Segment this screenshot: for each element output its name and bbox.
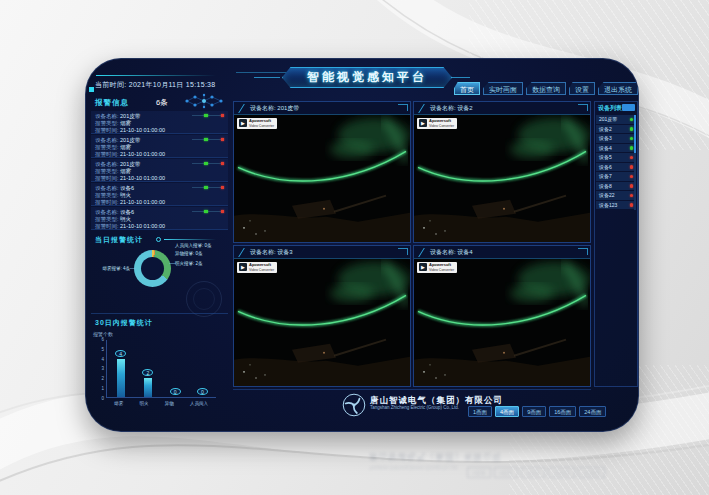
type-label: 报警类型: bbox=[95, 168, 119, 174]
device-status-dot bbox=[630, 156, 634, 160]
alarm-status-lights bbox=[192, 163, 224, 164]
device-status-dot bbox=[630, 146, 634, 150]
video-cell-1[interactable]: 设备名称: 201皮带 ▶ ApowersoftVideo Converter bbox=[233, 101, 411, 243]
alarm-entry[interactable]: 设备名称: 201皮带 报警类型: 烟雾 报警时间: 21-10-10 01:0… bbox=[91, 159, 228, 182]
time-label: 报警时间: bbox=[95, 223, 119, 229]
video-cell-4[interactable]: 设备名称: 设备4 ▶ ApowersoftVideo Converter bbox=[413, 245, 591, 387]
device-name: 设备5 bbox=[599, 154, 612, 160]
device-label: 设备名称: bbox=[95, 209, 119, 215]
alarm-entry[interactable]: 设备名称: 201皮带 报警类型: 烟雾 报警时间: 21-10-10 01:0… bbox=[91, 111, 228, 134]
alarm-info-title: 报警信息 bbox=[95, 98, 129, 108]
bar-chart-plot: 6 5 4 3 2 1 0 4 2 0 bbox=[106, 340, 216, 398]
device-value: 201皮带 bbox=[120, 113, 140, 119]
daily-stats-title: 当日报警统计 bbox=[95, 235, 143, 245]
tab-data-query[interactable]: 数据查询 bbox=[526, 82, 566, 95]
watermark-line2: Video Converter bbox=[249, 268, 274, 272]
layout-1-button[interactable]: 1画面 bbox=[468, 406, 492, 417]
layout-24-button[interactable]: 24画面 bbox=[579, 406, 606, 417]
device-status-dot bbox=[630, 118, 634, 122]
device-row[interactable]: 设备2 bbox=[596, 125, 635, 134]
tab-settings[interactable]: 设置 bbox=[569, 82, 595, 95]
device-row[interactable]: 设备22 bbox=[596, 191, 635, 200]
layout-4-button[interactable]: 4画面 bbox=[495, 406, 519, 417]
red-light-icon bbox=[221, 210, 225, 214]
monthly-stats-title: 30日内报警统计 bbox=[95, 318, 153, 328]
alarm-entry[interactable]: 设备名称: 设备6 报警类型: 明火 报警时间: 21-10-10 01:00:… bbox=[91, 207, 228, 230]
alarm-status-lights bbox=[192, 187, 224, 188]
device-list-action-button[interactable] bbox=[622, 104, 635, 111]
device-status-dot bbox=[630, 184, 634, 188]
video-cell-3[interactable]: 设备名称: 设备3 ▶ ApowersoftVideo Converter bbox=[233, 245, 411, 387]
type-value: 烟雾 bbox=[120, 144, 131, 150]
device-row[interactable]: 设备5 bbox=[596, 153, 635, 162]
bar-value-bubble: 4 bbox=[115, 350, 126, 357]
ytick: 5 bbox=[101, 347, 104, 352]
alarm-count-badge: 6条 bbox=[156, 98, 168, 108]
green-light-icon bbox=[204, 186, 208, 190]
type-value: 明火 bbox=[120, 192, 131, 198]
top-nav-tabs: 首页 实时画面 数据查询 设置 退出系统 bbox=[454, 82, 638, 95]
video-cell-title: 设备名称: 设备4 bbox=[414, 246, 590, 259]
category-label: 异物 bbox=[165, 401, 174, 406]
device-status-dot bbox=[630, 194, 634, 198]
title-wing-left bbox=[254, 77, 280, 78]
decor-ring-icon bbox=[156, 237, 161, 242]
donut-label-fire: 明火报警: 2条 bbox=[175, 261, 203, 266]
ytick: 3 bbox=[101, 366, 104, 371]
tab-home[interactable]: 首页 bbox=[454, 82, 480, 95]
category-label: 烟雾 bbox=[114, 401, 123, 406]
device-row[interactable]: 设备7 bbox=[596, 172, 635, 181]
dashboard-panel: 当前时间: 2021年10月11日 15:15:38 智能视觉感知平台 首页 实… bbox=[85, 58, 639, 432]
device-value: 201皮带 bbox=[120, 137, 140, 143]
alarm-status-lights bbox=[192, 139, 224, 140]
device-name: 设备7 bbox=[599, 173, 612, 179]
device-name: 设备2 bbox=[599, 126, 612, 132]
watermark-logo-icon: ▶ bbox=[419, 119, 427, 127]
device-label: 设备名称: bbox=[95, 137, 119, 143]
section-divider bbox=[91, 313, 228, 314]
layout-16-button[interactable]: 16画面 bbox=[549, 406, 576, 417]
device-row[interactable]: 201皮带 bbox=[596, 115, 635, 124]
device-value: 设备6 bbox=[120, 209, 134, 215]
device-label: 设备名称: bbox=[95, 113, 119, 119]
video-feed[interactable]: ▶ ApowersoftVideo Converter bbox=[234, 259, 410, 386]
network-nodes-icon bbox=[182, 93, 228, 110]
device-row[interactable]: 设备6 bbox=[596, 163, 635, 172]
bar-smoke: 4 bbox=[108, 340, 134, 397]
device-row[interactable]: 设备3 bbox=[596, 134, 635, 143]
video-feed[interactable]: ▶ ApowersoftVideo Converter bbox=[414, 115, 590, 242]
donut-label-intrusion: 人员闯入报警: 0条 bbox=[175, 243, 212, 248]
watermark-badge: ▶ ApowersoftVideo Converter bbox=[417, 262, 457, 273]
watermark-badge: ▶ ApowersoftVideo Converter bbox=[237, 262, 277, 273]
donut-label-foreign: 异物报警: 0条 bbox=[175, 251, 203, 256]
bar-fire: 2 bbox=[135, 340, 161, 397]
type-value: 烟雾 bbox=[120, 120, 131, 126]
red-light-icon bbox=[221, 186, 225, 190]
layout-9-button[interactable]: 9画面 bbox=[522, 406, 546, 417]
tab-exit[interactable]: 退出系统 bbox=[598, 82, 638, 95]
video-cell-2[interactable]: 设备名称: 设备2 ▶ ApowersoftVideo Converter bbox=[413, 101, 591, 243]
device-name: 设备8 bbox=[599, 183, 612, 189]
video-feed[interactable]: ▶ ApowersoftVideo Converter bbox=[414, 259, 590, 386]
video-feed[interactable]: ▶ ApowersoftVideo Converter bbox=[234, 115, 410, 242]
device-label: 设备名称: bbox=[95, 161, 119, 167]
alarm-entry[interactable]: 设备名称: 201皮带 报警类型: 烟雾 报警时间: 21-10-10 01:0… bbox=[91, 135, 228, 158]
footer-divider bbox=[233, 389, 591, 390]
daily-alarm-donut bbox=[134, 250, 171, 287]
device-row[interactable]: 设备123 bbox=[596, 201, 635, 210]
ytick: 1 bbox=[101, 386, 104, 391]
alarm-entry[interactable]: 设备名称: 设备6 报警类型: 明火 报警时间: 21-10-10 01:00:… bbox=[91, 183, 228, 206]
device-row[interactable]: 设备4 bbox=[596, 144, 635, 153]
device-row[interactable]: 设备8 bbox=[596, 182, 635, 191]
device-list: 201皮带 设备2 设备3 设备4 设备5 设备6 设备7 设备8 设备22 设… bbox=[596, 115, 635, 210]
green-light-icon bbox=[204, 210, 208, 214]
device-value: 设备6 bbox=[120, 185, 134, 191]
tab-live-view[interactable]: 实时画面 bbox=[483, 82, 523, 95]
red-light-icon bbox=[221, 162, 225, 166]
watermark-logo-icon: ▶ bbox=[419, 263, 427, 271]
video-cell-title: 设备名称: 设备3 bbox=[234, 246, 410, 259]
type-label: 报警类型: bbox=[95, 192, 119, 198]
device-scrollbar[interactable] bbox=[634, 115, 636, 153]
alarm-status-lights bbox=[192, 115, 224, 116]
ytick: 0 bbox=[101, 396, 104, 401]
